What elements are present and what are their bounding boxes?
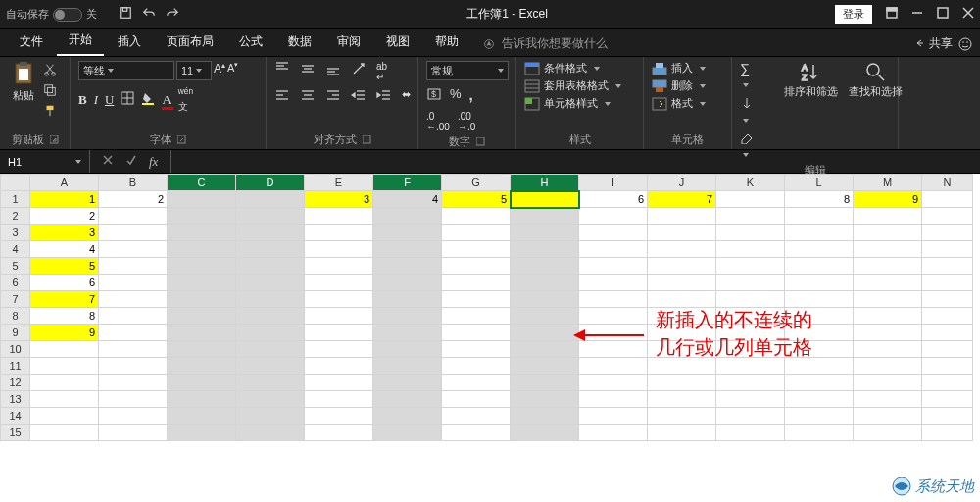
col-header-I[interactable]: I [579,175,648,191]
cell-B11[interactable] [99,358,168,375]
cell-E8[interactable] [305,308,373,325]
cell-N14[interactable] [922,408,973,425]
save-icon[interactable] [119,6,132,23]
cell-F4[interactable] [373,241,442,258]
cell-M13[interactable] [854,391,922,408]
font-launcher-icon[interactable] [177,134,186,146]
cell-B4[interactable] [99,241,168,258]
cell-B8[interactable] [99,308,168,325]
cell-D3[interactable] [236,225,305,241]
cell-H10[interactable] [511,341,579,358]
row-header-7[interactable]: 7 [1,291,30,308]
format-painter-icon[interactable] [43,104,57,121]
cell-L15[interactable] [785,425,854,441]
cell-C13[interactable] [168,391,236,408]
cell-F8[interactable] [373,308,442,325]
cell-A12[interactable] [30,375,99,391]
cell-J14[interactable] [648,408,716,425]
cell-H7[interactable] [511,291,579,308]
cell-L12[interactable] [785,375,854,391]
cell-J7[interactable] [648,291,716,308]
cell-D5[interactable] [236,258,305,275]
font-name-select[interactable]: 等线 [78,61,174,80]
copy-icon[interactable] [43,83,57,100]
merge-button[interactable]: ⬌ [402,88,411,107]
cell-J3[interactable] [648,225,716,241]
cell-E3[interactable] [305,225,373,241]
cell-L14[interactable] [785,408,854,425]
cell-E2[interactable] [305,208,373,225]
cell-F9[interactable] [373,325,442,341]
cell-H15[interactable] [511,425,579,441]
align-right-icon[interactable] [325,88,341,107]
cell-F13[interactable] [373,391,442,408]
cell-C3[interactable] [168,225,236,241]
cell-D6[interactable] [236,275,305,291]
cell-F6[interactable] [373,275,442,291]
cell-C9[interactable] [168,325,236,341]
col-header-M[interactable]: M [854,175,922,191]
col-header-N[interactable]: N [922,175,973,191]
ribbon-display-icon[interactable] [886,7,898,22]
cell-A4[interactable]: 4 [30,241,99,258]
decrease-decimal-icon[interactable]: .00→.0 [458,111,475,132]
cell-M6[interactable] [854,275,922,291]
cell-C10[interactable] [168,341,236,358]
cell-F15[interactable] [373,425,442,441]
cell-C1[interactable] [168,191,236,208]
cell-L13[interactable] [785,391,854,408]
cell-F14[interactable] [373,408,442,425]
cell-N7[interactable] [922,291,973,308]
col-header-B[interactable]: B [99,175,168,191]
cell-C12[interactable] [168,375,236,391]
cell-A11[interactable] [30,358,99,375]
cell-D14[interactable] [236,408,305,425]
cell-C4[interactable] [168,241,236,258]
cell-C7[interactable] [168,291,236,308]
cell-J5[interactable] [648,258,716,275]
increase-font-icon[interactable]: A▴ [214,61,225,80]
phonetic-icon[interactable]: wén文 [178,86,193,114]
cell-M14[interactable] [854,408,922,425]
cell-N9[interactable] [922,325,973,341]
cell-D4[interactable] [236,241,305,258]
cell-G8[interactable] [442,308,511,325]
close-icon[interactable] [962,7,974,22]
col-header-C[interactable]: C [168,175,236,191]
cell-E5[interactable] [305,258,373,275]
cell-J1[interactable]: 7 [648,191,716,208]
insert-cells-button[interactable]: 插入 [652,61,723,75]
row-header-5[interactable]: 5 [1,258,30,275]
cell-K15[interactable] [716,425,785,441]
cell-A14[interactable] [30,408,99,425]
cell-A6[interactable]: 6 [30,275,99,291]
cell-F12[interactable] [373,375,442,391]
delete-cells-button[interactable]: 删除 [652,78,723,93]
cell-E12[interactable] [305,375,373,391]
tab-insert[interactable]: 插入 [106,29,153,56]
cell-D1[interactable] [236,191,305,208]
tab-home[interactable]: 开始 [57,27,104,56]
format-cells-button[interactable]: 格式 [652,96,723,111]
align-center-icon[interactable] [300,88,316,107]
cell-E9[interactable] [305,325,373,341]
font-color-icon[interactable]: A [162,92,171,108]
cell-G1[interactable]: 5 [442,191,511,208]
row-header-14[interactable]: 14 [1,408,30,425]
cell-M2[interactable] [854,208,922,225]
cell-D12[interactable] [236,375,305,391]
bold-button[interactable]: B [78,92,87,108]
cell-J4[interactable] [648,241,716,258]
cell-G12[interactable] [442,375,511,391]
cell-A15[interactable] [30,425,99,441]
cell-J12[interactable] [648,375,716,391]
fill-icon[interactable] [740,96,754,126]
format-as-table-button[interactable]: 套用表格格式 [524,78,635,93]
row-header-1[interactable]: 1 [1,191,30,208]
cell-K6[interactable] [716,275,785,291]
cell-J15[interactable] [648,425,716,441]
cell-B6[interactable] [99,275,168,291]
tab-file[interactable]: 文件 [8,29,55,56]
cell-M12[interactable] [854,375,922,391]
number-format-select[interactable]: 常规 [426,61,509,80]
